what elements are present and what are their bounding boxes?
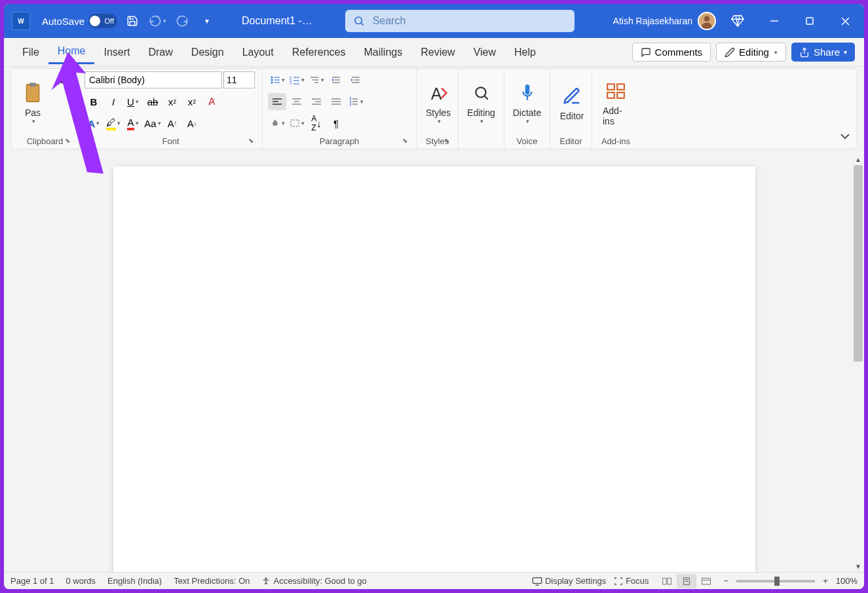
username[interactable]: Atish Rajasekharan — [613, 16, 692, 26]
dictate-button[interactable]: Dictate▾ — [510, 71, 544, 134]
addins-button[interactable]: Add-ins — [597, 71, 634, 134]
save-button[interactable] — [123, 11, 142, 31]
font-color-button[interactable]: A▾ — [124, 115, 142, 132]
share-icon — [799, 47, 810, 58]
collapse-ribbon-button[interactable] — [840, 130, 850, 142]
increase-indent-button[interactable] — [347, 71, 365, 88]
svg-point-11 — [271, 77, 273, 79]
decrease-indent-button[interactable] — [327, 71, 345, 88]
user-avatar[interactable] — [698, 12, 716, 30]
zoom-out-button[interactable]: − — [724, 576, 729, 586]
superscript-button[interactable]: x2 — [183, 93, 201, 110]
scroll-down-icon[interactable]: ▼ — [852, 560, 864, 572]
tab-references[interactable]: References — [283, 41, 355, 64]
print-layout-view-button[interactable] — [677, 574, 696, 588]
tab-view[interactable]: View — [464, 41, 505, 64]
web-layout-view-button[interactable] — [696, 574, 716, 588]
editing-mode-button[interactable]: Editing ▾ — [716, 43, 786, 62]
statusbar: Page 1 of 1 0 words English (India) Text… — [4, 572, 864, 589]
underline-button[interactable]: U▾ — [124, 93, 142, 110]
scroll-up-icon[interactable]: ▲ — [852, 153, 864, 165]
svg-rect-10 — [29, 83, 36, 86]
focus-icon — [614, 577, 623, 586]
qat-customize-button[interactable]: ▾ — [197, 11, 217, 31]
tab-insert[interactable]: Insert — [94, 41, 139, 64]
paragraph-launcher-icon[interactable]: ⬊ — [400, 137, 409, 146]
font-launcher-icon[interactable]: ⬊ — [246, 137, 255, 146]
italic-button[interactable]: I — [104, 93, 123, 110]
numbering-button[interactable]: 123▾ — [288, 71, 306, 88]
maximize-button[interactable] — [795, 6, 825, 36]
tab-help[interactable]: Help — [505, 41, 545, 64]
word-count-status[interactable]: 0 words — [66, 576, 96, 586]
styles-button[interactable]: A Styles▾ — [422, 71, 455, 134]
shading-button[interactable]: ▾ — [268, 115, 286, 132]
document-page[interactable] — [113, 166, 755, 572]
editing-dropdown[interactable]: Editing▾ — [464, 71, 499, 134]
line-spacing-button[interactable]: ▾ — [347, 93, 365, 110]
align-right-button[interactable] — [307, 93, 326, 110]
search-input[interactable]: Search — [345, 10, 575, 32]
page-number-status[interactable]: Page 1 of 1 — [10, 576, 54, 586]
minimize-button[interactable] — [759, 6, 789, 36]
share-button[interactable]: Share ▾ — [791, 43, 855, 62]
subscript-button[interactable]: x2 — [163, 93, 181, 110]
strikethrough-button[interactable]: ab — [143, 93, 162, 110]
scroll-thumb[interactable] — [854, 165, 863, 362]
autosave-toggle[interactable]: Off — [88, 14, 117, 28]
justify-button[interactable] — [327, 93, 345, 110]
read-mode-view-button[interactable] — [657, 574, 677, 588]
zoom-in-button[interactable]: + — [823, 576, 828, 586]
tab-file[interactable]: File — [13, 41, 48, 64]
show-marks-button[interactable]: ¶ — [327, 115, 345, 132]
document-title[interactable]: Document1 -… — [242, 15, 312, 27]
focus-mode-button[interactable]: Focus — [614, 576, 649, 586]
display-settings-button[interactable]: Display Settings — [532, 576, 606, 586]
borders-button[interactable]: ▾ — [288, 115, 306, 132]
sort-button[interactable]: AZ↓ — [307, 115, 326, 132]
comments-button[interactable]: Comments — [632, 43, 711, 62]
text-effects-button[interactable]: A▾ — [85, 115, 103, 132]
align-center-button[interactable] — [288, 93, 306, 110]
svg-point-3 — [702, 23, 711, 30]
tab-draw[interactable]: Draw — [139, 41, 181, 64]
clear-formatting-button[interactable]: A̷ — [202, 93, 221, 110]
paste-button[interactable]: Pas ▾ — [16, 71, 49, 134]
redo-button[interactable] — [172, 11, 192, 31]
language-status[interactable]: English (India) — [107, 576, 162, 586]
svg-marker-33 — [351, 79, 353, 81]
document-area[interactable]: ▲ ▼ — [4, 153, 864, 572]
multilevel-list-button[interactable]: ▾ — [307, 71, 326, 88]
styles-launcher-icon[interactable]: ⬊ — [442, 137, 451, 146]
text-predictions-status[interactable]: Text Predictions: On — [174, 576, 250, 586]
bold-button[interactable]: B — [85, 93, 103, 110]
bullets-button[interactable]: ▾ — [268, 71, 286, 88]
zoom-level[interactable]: 100% — [836, 576, 858, 586]
font-name-select[interactable] — [85, 71, 222, 88]
diamond-icon[interactable] — [728, 11, 747, 31]
change-case-button[interactable]: Aa▾ — [143, 115, 162, 132]
accessibility-status[interactable]: Accessibility: Good to go — [261, 576, 366, 586]
tab-design[interactable]: Design — [182, 41, 233, 64]
grow-font-button[interactable]: A↑ — [163, 115, 181, 132]
highlight-button[interactable]: 🖊▾ — [104, 115, 123, 132]
ribbon-tabbar: File Home Insert Draw Design Layout Refe… — [4, 38, 864, 67]
vertical-scrollbar[interactable]: ▲ ▼ — [852, 153, 864, 572]
tab-layout[interactable]: Layout — [233, 41, 283, 64]
close-button[interactable] — [830, 6, 860, 36]
clipboard-launcher-icon[interactable]: ⬊ — [63, 137, 72, 146]
align-left-button[interactable] — [268, 93, 286, 110]
shrink-font-button[interactable]: A↓ — [183, 115, 201, 132]
tab-review[interactable]: Review — [411, 41, 464, 64]
tab-mailings[interactable]: Mailings — [355, 41, 412, 64]
autosave-label: AutoSave — [42, 16, 85, 27]
cut-button[interactable]: ✂ — [52, 74, 70, 91]
undo-button[interactable]: ▾ — [147, 11, 167, 31]
pencil-icon — [725, 47, 735, 58]
tab-home[interactable]: Home — [48, 40, 95, 64]
editor-button[interactable]: Editor — [556, 71, 588, 134]
zoom-slider[interactable] — [736, 580, 815, 583]
font-size-select[interactable] — [223, 71, 255, 88]
svg-rect-58 — [607, 84, 614, 90]
svg-rect-68 — [702, 578, 710, 584]
